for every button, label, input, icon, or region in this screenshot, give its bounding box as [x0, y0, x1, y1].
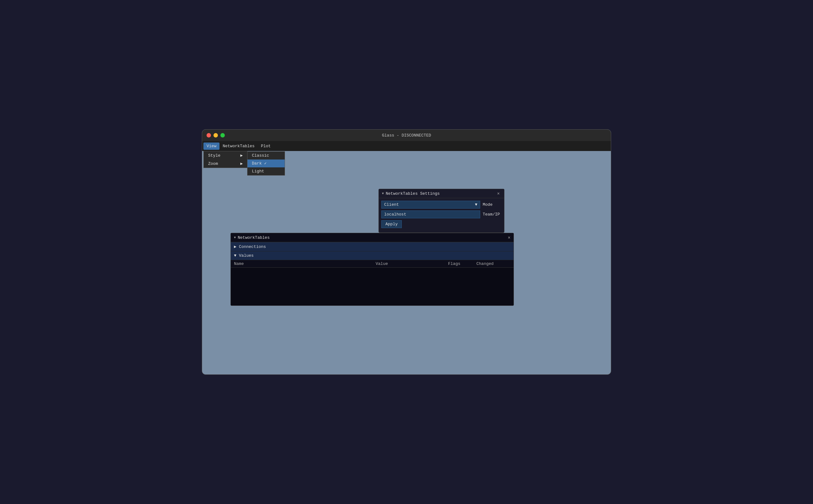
col-name: Name: [234, 261, 376, 266]
team-ip-label: Team/IP: [483, 212, 502, 217]
settings-apply-row: Apply: [381, 220, 502, 228]
settings-dialog-body: Client ▼ Mode Team/IP Apply: [379, 198, 504, 232]
settings-close-button[interactable]: ×: [496, 191, 501, 196]
menu-item-networktables[interactable]: NetworkTables: [220, 143, 258, 150]
nt-panel-title: ▼ NetworkTables: [234, 235, 270, 240]
zoom-sub-arrow: ▶: [240, 161, 243, 166]
connections-section[interactable]: ▶ Connections: [231, 242, 513, 251]
view-dropdown: Style ▶ Zoom ▶ Classic Dark ✓ Light: [204, 151, 248, 168]
style-light[interactable]: Light: [248, 167, 285, 175]
col-changed: Changed: [476, 261, 514, 266]
close-button[interactable]: [207, 133, 211, 137]
mode-label: Mode: [483, 202, 502, 207]
mode-select[interactable]: Client ▼: [381, 201, 480, 209]
main-area: Style ▶ Zoom ▶ Classic Dark ✓ Light: [202, 151, 611, 374]
maximize-button[interactable]: [221, 133, 225, 137]
style-classic[interactable]: Classic: [248, 152, 285, 160]
minimize-button[interactable]: [214, 133, 218, 137]
nt-panel-header: ▼ NetworkTables ×: [231, 233, 513, 242]
values-collapse-icon: ▼: [234, 253, 237, 258]
table-header: Name Value Flags Changed: [231, 260, 513, 268]
app-window: Glass - DISCONNECTED View NetworkTables …: [202, 129, 611, 375]
dark-checkmark: ✓: [264, 161, 266, 166]
nt-panel-collapse-arrow[interactable]: ▼: [234, 236, 236, 239]
dropdown-item-style[interactable]: Style ▶: [204, 151, 247, 160]
menu-item-view[interactable]: View: [204, 143, 220, 150]
style-dark[interactable]: Dark ✓: [248, 160, 285, 167]
nt-panel-close-button[interactable]: ×: [508, 235, 510, 240]
col-value: Value: [376, 261, 448, 266]
settings-collapse-arrow[interactable]: ▼: [382, 192, 384, 195]
values-section[interactable]: ▼ Values: [231, 251, 513, 260]
menu-bar: View NetworkTables Plot: [202, 141, 611, 151]
table-body: [231, 268, 513, 305]
connections-collapse-icon: ▶: [234, 244, 237, 249]
menu-item-plot[interactable]: Plot: [258, 143, 274, 150]
nt-panel: ▼ NetworkTables × ▶ Connections ▼ Values…: [231, 233, 514, 306]
window-title: Glass - DISCONNECTED: [382, 133, 431, 138]
style-sub-arrow: ▶: [240, 153, 243, 158]
mode-dropdown-icon: ▼: [475, 202, 477, 207]
server-input[interactable]: [381, 210, 480, 218]
settings-dialog-title: ▼ NetworkTables Settings: [382, 191, 440, 196]
settings-dialog-header: ▼ NetworkTables Settings ×: [379, 189, 504, 198]
settings-server-row: Team/IP: [381, 210, 502, 218]
nt-settings-dialog: ▼ NetworkTables Settings × Client ▼ Mode…: [378, 189, 504, 233]
title-bar: Glass - DISCONNECTED: [202, 130, 611, 141]
settings-mode-row: Client ▼ Mode: [381, 201, 502, 209]
style-submenu: Classic Dark ✓ Light: [247, 151, 285, 176]
dropdown-item-zoom[interactable]: Zoom ▶: [204, 160, 247, 168]
col-flags: Flags: [448, 261, 476, 266]
apply-button[interactable]: Apply: [381, 220, 402, 228]
window-controls: [207, 133, 225, 137]
